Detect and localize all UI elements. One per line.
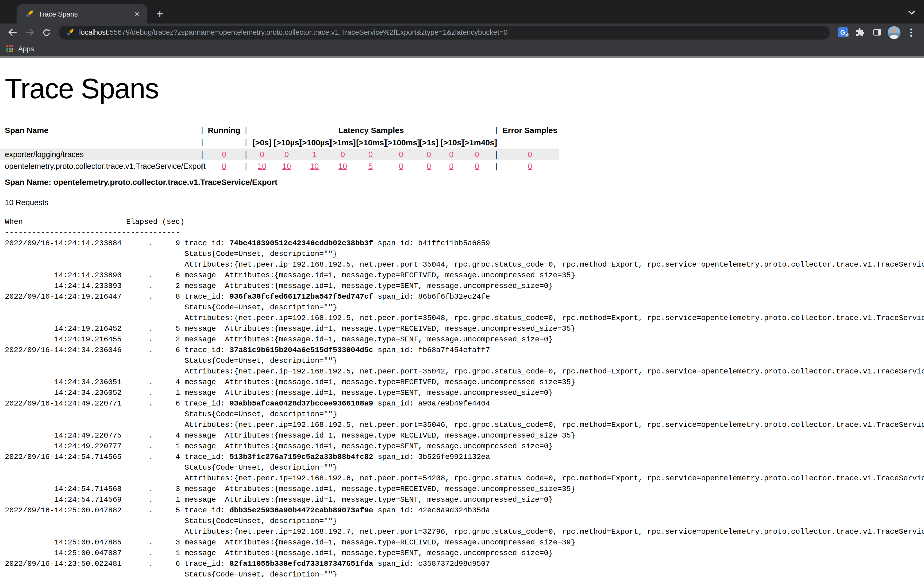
span-name: opentelemetry.proto.collector.trace.v1.T…: [0, 160, 198, 172]
back-button[interactable]: [4, 24, 20, 40]
log-line: 14:24:14.233893 . 2 message Attributes:{…: [5, 280, 924, 291]
log-column-header: When Elapsed (sec): [5, 216, 924, 227]
browser-toolbar: localhost:55679/debug/tracez?zspanname=o…: [0, 24, 924, 41]
latency-bucket-link[interactable]: 0: [449, 150, 454, 159]
latency-bucket-label: [>1m40s]: [462, 136, 492, 148]
log-line: Attributes:{net.peer.ip=192.168.192.6, n…: [5, 473, 924, 484]
log-line: 14:24:19.216455 . 2 message Attributes:{…: [5, 334, 924, 345]
log-line: 14:24:34.236051 . 4 message Attributes:{…: [5, 377, 924, 387]
empty-cell: [0, 136, 198, 148]
tracez-page: Trace Spans Span Name | Running | Latenc…: [0, 58, 924, 577]
log-line: Status{Code=Unset, description=""}: [5, 569, 924, 577]
log-line: Attributes:{net.peer.ip=192.168.192.5, n…: [5, 419, 924, 430]
table-header-row: Span Name | Running | Latency Samples | …: [0, 124, 559, 136]
table-row: opentelemetry.proto.collector.trace.v1.T…: [0, 160, 559, 172]
latency-bucket-link[interactable]: 10: [282, 162, 291, 171]
running-count-link-cell: 0: [207, 148, 242, 160]
latency-bucket-label: [>10ms]: [356, 136, 385, 148]
latency-bucket-link[interactable]: 0: [284, 150, 289, 159]
column-separator: |: [198, 148, 207, 160]
log-line: 2022/09/16-14:24:19.216447 . 8 trace_id:…: [5, 291, 924, 302]
col-latency-samples: Latency Samples: [250, 124, 492, 136]
forward-button[interactable]: [21, 24, 37, 40]
tab-close-icon[interactable]: [132, 9, 142, 19]
column-separator: |: [492, 148, 501, 160]
url-bar[interactable]: localhost:55679/debug/tracez?zspanname=o…: [59, 25, 830, 39]
url-path: :55679/debug/tracez?zspanname=openteleme…: [108, 28, 508, 36]
translate-extension-icon[interactable]: G: [836, 26, 849, 39]
bookmarks-bar: Apps: [0, 41, 924, 58]
log-line: 14:25:00.047887 . 1 message Attributes:{…: [5, 548, 924, 558]
latency-bucket-link-cell: 0: [250, 148, 274, 160]
url-host: localhost: [79, 28, 108, 36]
latency-bucket-link-cell: 10: [274, 160, 299, 172]
latency-bucket-link[interactable]: 0: [399, 150, 403, 159]
log-line: Status{Code=Unset, description=""}: [5, 355, 924, 366]
latency-bucket-link[interactable]: 1: [312, 150, 317, 159]
latency-bucket-link-cell: 0: [274, 148, 299, 160]
latency-bucket-link[interactable]: 0: [399, 162, 403, 171]
latency-bucket-label: [>0s]: [250, 136, 274, 148]
span-name: exporter/logging/traces: [0, 148, 198, 160]
extensions-puzzle-icon[interactable]: [853, 26, 866, 39]
log-line: 14:24:34.236052 . 1 message Attributes:{…: [5, 387, 924, 398]
latency-bucket-link-cell: 10: [330, 160, 356, 172]
log-line: Status{Code=Unset, description=""}: [5, 248, 924, 259]
latency-bucket-link[interactable]: 5: [368, 162, 373, 171]
running-count-link[interactable]: 0: [222, 162, 226, 171]
latency-bucket-link[interactable]: 0: [475, 162, 479, 171]
error-samples-link[interactable]: 0: [528, 162, 532, 171]
latency-bucket-link[interactable]: 10: [310, 162, 319, 171]
latency-bucket-link[interactable]: 0: [475, 150, 479, 159]
column-separator: |: [242, 124, 250, 136]
tab-trace-spans[interactable]: Trace Spans: [16, 4, 147, 24]
latency-bucket-link-cell: 0: [417, 160, 441, 172]
log-line: 14:24:49.220777 . 1 message Attributes:{…: [5, 441, 924, 451]
latency-bucket-link-cell: 0: [462, 160, 492, 172]
browser-menu-kebab-icon[interactable]: [905, 26, 918, 39]
tab-search-chevron-icon[interactable]: [908, 8, 916, 17]
log-line: 2022/09/16-14:25:00.047882 . 5 trace_id:…: [5, 505, 924, 516]
apps-grid-icon: [6, 45, 13, 52]
log-line: 2022/09/16-14:23:50.022481 . 6 trace_id:…: [5, 558, 924, 569]
latency-bucket-link[interactable]: 0: [427, 162, 431, 171]
column-separator: |: [242, 148, 250, 160]
latency-bucket-link-cell: 1: [299, 148, 330, 160]
latency-bucket-link-cell: 0: [385, 160, 417, 172]
toolbar-actions: G: [836, 26, 920, 39]
error-samples-link[interactable]: 0: [528, 150, 532, 159]
latency-bucket-link-cell: 0: [462, 148, 492, 160]
latency-bucket-link[interactable]: 0: [449, 162, 454, 171]
log-line: 14:25:00.047885 . 3 message Attributes:{…: [5, 537, 924, 548]
latency-bucket-link-cell: 5: [356, 160, 385, 172]
apps-bookmark[interactable]: Apps: [18, 45, 34, 53]
log-line: 14:24:54.714568 . 3 message Attributes:{…: [5, 484, 924, 494]
latency-bucket-link-cell: 0: [441, 160, 462, 172]
page-title: Trace Spans: [5, 73, 924, 105]
site-favicon-icon: [66, 28, 74, 36]
span-summary-table: Span Name | Running | Latency Samples | …: [0, 124, 559, 172]
latency-bucket-link[interactable]: 0: [260, 150, 264, 159]
latency-bucket-label: [>100µs]: [299, 136, 330, 148]
log-divider: ---------------------------------------: [5, 227, 924, 238]
log-line: 2022/09/16-14:24:34.236046 . 6 trace_id:…: [5, 345, 924, 355]
latency-bucket-link-cell: 0: [417, 148, 441, 160]
profile-avatar[interactable]: [888, 26, 900, 39]
latency-bucket-link[interactable]: 0: [341, 150, 345, 159]
log-line: 14:24:49.220775 . 4 message Attributes:{…: [5, 430, 924, 441]
error-samples-link-cell: 0: [501, 148, 559, 160]
new-tab-button[interactable]: [152, 6, 167, 21]
column-separator: |: [242, 160, 250, 172]
log: When Elapsed (sec)----------------------…: [5, 216, 924, 577]
latency-bucket-link[interactable]: 0: [427, 150, 431, 159]
latency-bucket-link[interactable]: 0: [368, 150, 373, 159]
latency-bucket-link[interactable]: 10: [338, 162, 347, 171]
latency-bucket-link[interactable]: 10: [258, 162, 266, 171]
running-count-link[interactable]: 0: [222, 150, 226, 159]
side-panel-icon[interactable]: [871, 26, 884, 39]
log-line: 2022/09/16-14:24:49.220771 . 6 trace_id:…: [5, 398, 924, 409]
error-samples-link-cell: 0: [501, 160, 559, 172]
reload-button[interactable]: [39, 24, 55, 40]
log-line: Status{Code=Unset, description=""}: [5, 302, 924, 313]
url-text: localhost:55679/debug/tracez?zspanname=o…: [79, 28, 507, 36]
